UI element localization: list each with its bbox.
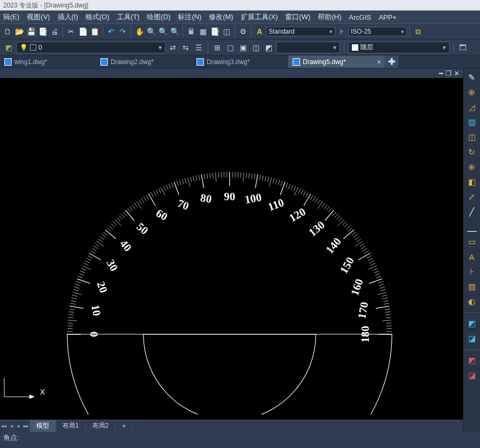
drawing-canvas[interactable]: 0102030405060708090100110120130140150160… (0, 78, 463, 420)
menu-dim[interactable]: 标注(N) (178, 12, 201, 22)
group-4-icon[interactable]: ◫ (250, 42, 261, 53)
rect-tool-icon[interactable]: ▭ (466, 236, 478, 248)
group-3-icon[interactable]: ▣ (238, 42, 248, 53)
tab-drawing2[interactable]: Drawing2.dwg* (96, 56, 192, 68)
group-2-icon[interactable]: ▢ (225, 42, 235, 53)
layer-icon[interactable]: 📑 (37, 26, 48, 37)
menu-modify[interactable]: 修改(M) (209, 12, 233, 22)
sheet-icon[interactable]: 📑 (209, 26, 220, 37)
props-icon[interactable]: 🗔 (458, 42, 468, 53)
svg-line-122 (313, 197, 316, 201)
svg-line-16 (74, 289, 79, 291)
svg-line-136 (342, 222, 346, 225)
tab-drawing3[interactable]: Drawing3.dwg* (192, 56, 288, 68)
menu-tools[interactable]: 工具(T) (117, 12, 140, 22)
pan-icon[interactable]: ✋ (134, 26, 145, 37)
angle-tool-icon[interactable]: ◿ (466, 101, 478, 113)
svg-line-10 (70, 306, 84, 309)
menu-help[interactable]: 帮助(H) (318, 12, 341, 22)
layer-tool-1-icon[interactable]: ⇄ (168, 42, 178, 53)
text-tool-icon[interactable]: A (466, 251, 478, 263)
doc-minimize-icon[interactable]: ━ (439, 69, 443, 77)
group-5-icon[interactable]: ◩ (263, 42, 274, 53)
group-1-icon[interactable]: ⊞ (212, 42, 223, 53)
line-tool-icon[interactable]: ╱ (466, 206, 478, 218)
print-icon[interactable]: 🖨 (49, 26, 60, 37)
layer-tool-2-icon[interactable]: ⇆ (180, 42, 191, 53)
rotate-tool-icon[interactable]: ↻ (466, 146, 478, 158)
gear-icon[interactable]: ⚙ (238, 26, 248, 37)
svg-line-3 (67, 326, 73, 326)
svg-line-123 (315, 198, 318, 202)
hatch-tool-icon[interactable]: ▨ (466, 116, 478, 128)
zoom-ext-icon[interactable]: 🔍 (158, 26, 168, 37)
close-tab-icon[interactable]: × (377, 58, 381, 66)
tab-drawing1[interactable]: wing1.dwg* (0, 56, 96, 68)
palette-tool-icon[interactable]: ◧ (466, 176, 478, 188)
pencil-edit-icon[interactable]: ✎ (466, 72, 478, 83)
layer-tool-3-icon[interactable]: ☰ (193, 42, 204, 53)
block-tool-icon[interactable]: ◫ (466, 131, 478, 143)
color-dropdown[interactable] (276, 42, 340, 53)
menu-window[interactable]: 窗口(W) (285, 12, 310, 22)
block-icon[interactable]: ◫ (221, 26, 232, 37)
menu-view[interactable]: 视图(V) (27, 12, 50, 22)
menu-ext[interactable]: 扩展工具(X) (241, 12, 278, 22)
tab-nav-prev-icon[interactable]: ◂ (7, 421, 15, 431)
dim-tool-icon[interactable]: ⊦ (466, 266, 478, 278)
textstyle-icon[interactable]: A (254, 26, 265, 37)
open-icon[interactable]: 📂 (14, 26, 25, 37)
cut-icon[interactable]: ✂ (66, 26, 76, 37)
polyline-tool-icon[interactable]: ⎯⎯ (466, 221, 478, 233)
tab-layout-add[interactable]: + (115, 421, 132, 431)
move-tool-icon[interactable]: ⊕ (466, 161, 478, 173)
menu-app[interactable]: APP+ (379, 13, 397, 21)
paste-icon[interactable]: 📋 (89, 26, 100, 37)
text-style-dropdown[interactable]: Standard (266, 27, 335, 36)
scale-tool-icon[interactable]: ⤢ (466, 191, 478, 203)
tab-model[interactable]: 模型 (30, 420, 56, 432)
dimstyle-icon[interactable]: ⊦ (336, 26, 347, 37)
svg-line-137 (344, 224, 348, 227)
save-icon[interactable]: 💾 (26, 26, 36, 37)
tab-layout1[interactable]: 布局1 (56, 420, 86, 432)
tab-nav-last-icon[interactable]: ▸▸ (22, 421, 30, 431)
table-icon[interactable]: ▦ (198, 26, 208, 37)
menu-format[interactable]: 格式(O) (85, 12, 109, 22)
dim-style-dropdown[interactable]: ISO-25 (348, 27, 407, 36)
tab-nav-first-icon[interactable]: ◂◂ (0, 421, 7, 431)
linetype-dropdown[interactable]: 随层 (348, 42, 450, 53)
current-layer-dropdown[interactable]: 💡 0 (16, 42, 166, 53)
menu-edit[interactable]: 辑(E) (3, 12, 19, 22)
workspace: ━ ❐ ✕ 0102030405060708090100110120130140… (0, 68, 480, 431)
hatch-fill-icon[interactable]: ▨ (466, 281, 478, 293)
svg-line-177 (387, 326, 392, 326)
redo-icon[interactable]: ↷ (117, 26, 128, 37)
command-line[interactable]: 角点: (0, 431, 480, 444)
new-icon[interactable]: 🗋 (2, 26, 13, 37)
purge-2-icon[interactable]: ◪ (466, 370, 478, 381)
gradient-icon[interactable]: ◐ (466, 296, 478, 308)
zoom-win-icon[interactable]: 🔍 (169, 26, 180, 37)
layer-state-2-icon[interactable]: ◪ (466, 333, 478, 344)
tab-nav-next-icon[interactable]: ▸ (15, 421, 22, 431)
svg-line-11 (70, 303, 76, 304)
toggle-icon[interactable]: ⧉ (413, 26, 423, 37)
zoom-icon[interactable]: 🔍 (146, 26, 156, 37)
add-object-icon[interactable]: ⊕ (466, 87, 478, 98)
layer-panel-icon[interactable]: ◩ (3, 42, 14, 53)
tab-drawing5[interactable]: Drawing5.dwg* × (288, 56, 384, 68)
menu-insert[interactable]: 插入(I) (58, 12, 78, 22)
doc-close-icon[interactable]: ✕ (454, 69, 460, 77)
doc-restore-icon[interactable]: ❐ (445, 69, 452, 77)
copy-icon[interactable]: 📄 (77, 26, 88, 37)
menu-draw[interactable]: 绘图(D) (147, 12, 170, 22)
calc-icon[interactable]: 🖩 (186, 26, 196, 37)
menu-arcgis[interactable]: ArcGIS (349, 13, 371, 21)
undo-icon[interactable]: ↶ (106, 26, 116, 37)
tab-layout2[interactable]: 布局2 (86, 420, 116, 432)
purge-1-icon[interactable]: ◩ (466, 355, 478, 366)
layer-state-1-icon[interactable]: ◩ (466, 318, 478, 329)
new-tab-button[interactable]: ✚ (384, 56, 398, 68)
tab-label: Drawing2.dwg* (111, 58, 154, 66)
